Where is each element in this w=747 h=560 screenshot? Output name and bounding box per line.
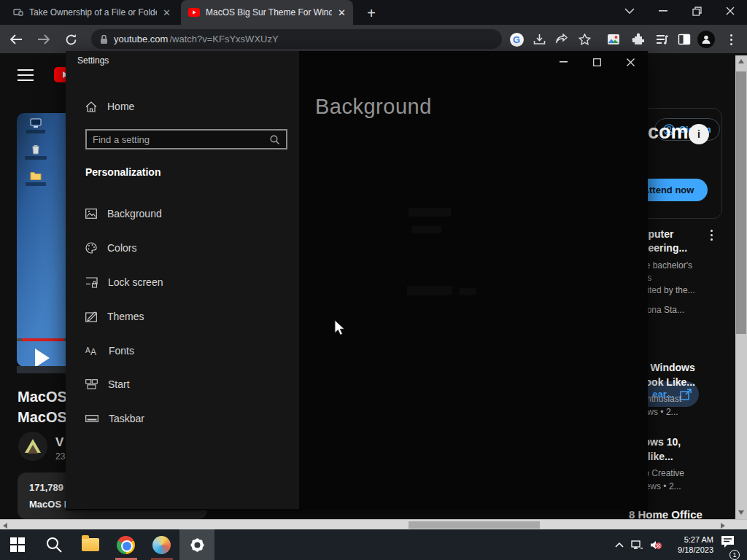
tab-youtube[interactable]: MacOS Big Sur Theme For Windo ✕ (181, 0, 353, 25)
new-tab-button[interactable]: + (362, 4, 381, 23)
video-player[interactable] (17, 113, 66, 367)
sidebar-item-label: Themes (107, 311, 144, 322)
browser-close-button[interactable] (716, 0, 745, 22)
settings-search-input[interactable] (87, 134, 270, 145)
windows-taskbar: 5:27 AM 9/18/2023 1 (0, 529, 747, 560)
settings-nav-home[interactable]: Home (66, 95, 299, 118)
profile-avatar[interactable] (696, 29, 716, 50)
channel-avatar[interactable] (18, 432, 47, 461)
tab-strip: Take Ownership of a File or Folde ✕ MacO… (0, 0, 747, 25)
bleed-artifact (460, 288, 476, 295)
hamburger-menu-icon[interactable] (18, 69, 34, 81)
search-icon (46, 537, 62, 553)
lock-icon (100, 34, 108, 44)
kebab-dots (730, 34, 732, 45)
lock-screen-icon (85, 277, 98, 288)
tab-title: Take Ownership of a File or Folde (29, 7, 157, 18)
start-icon (85, 379, 98, 389)
desktop-icon-folder (21, 171, 50, 186)
colors-palette-icon (85, 242, 97, 254)
scroll-right-arrow (721, 523, 725, 529)
ad-info-icon[interactable]: i (689, 124, 709, 144)
settings-maximize-button[interactable] (580, 51, 614, 73)
taskbar-search-button[interactable] (36, 529, 71, 560)
side-panel-icon[interactable] (674, 29, 694, 50)
edge-taskbar-button[interactable] (144, 529, 179, 560)
mouse-cursor (334, 319, 347, 337)
tray-chevron-icon[interactable] (615, 542, 624, 548)
bleed-artifact (407, 286, 452, 295)
forward-button[interactable] (34, 29, 54, 50)
reading-list-icon[interactable] (652, 29, 673, 50)
tab-close-icon[interactable]: ✕ (338, 7, 346, 18)
tab-close-icon[interactable]: ✕ (163, 7, 171, 18)
tab-search-chevron-icon[interactable] (615, 0, 644, 22)
clock-date: 9/18/2023 (678, 545, 713, 554)
start-button[interactable] (0, 529, 35, 560)
settings-taskbar-button[interactable] (179, 529, 214, 560)
video-title-line2: MacOS (18, 409, 67, 426)
edge-icon (152, 536, 171, 554)
taskbar-icon (85, 415, 98, 422)
settings-section-heading: Personalization (85, 166, 160, 178)
browser-minimize-button[interactable] (649, 0, 678, 22)
themes-icon (85, 311, 97, 322)
avatar-circle (697, 31, 715, 48)
settings-search-box[interactable] (85, 129, 287, 149)
network-icon[interactable] (631, 540, 643, 550)
desktop-icon-this-pc (21, 118, 50, 133)
sidebar-item-label: Start (108, 378, 130, 390)
sidebar-item-start[interactable]: Start (66, 373, 299, 396)
volume-muted-icon[interactable] (650, 540, 661, 550)
file-explorer-button[interactable] (73, 529, 108, 560)
bookmark-star-icon[interactable] (574, 29, 595, 50)
share-icon[interactable] (551, 29, 572, 50)
google-g-glyph: G (510, 33, 524, 47)
sidebar-item-lock-screen[interactable]: Lock screen (66, 271, 299, 294)
photos-extension-icon[interactable] (603, 29, 624, 50)
chrome-icon (117, 536, 135, 554)
search-magnifier-icon[interactable] (270, 135, 286, 144)
thumbnail-taskbar-strip (17, 366, 66, 373)
video-progress-bar (22, 338, 64, 341)
taskbar-clock[interactable]: 5:27 AM 9/18/2023 (668, 534, 713, 555)
download-icon[interactable] (529, 29, 549, 50)
extensions-puzzle-icon[interactable] (628, 29, 649, 50)
sidebar-item-label: Background (107, 208, 162, 219)
tab-take-ownership[interactable]: Take Ownership of a File or Folde ✕ (6, 0, 178, 25)
browser-restore-button[interactable] (682, 0, 711, 22)
rail-video1-menu-icon[interactable] (711, 230, 713, 241)
play-button-icon[interactable] (35, 349, 50, 368)
sidebar-item-taskbar[interactable]: Taskbar (66, 407, 299, 430)
horizontal-scroll-thumb[interactable] (409, 521, 540, 529)
address-bar[interactable]: youtube.com/watch?v=KFsYxsWXUzY (91, 29, 502, 49)
sidebar-item-colors[interactable]: Colors (66, 236, 299, 260)
sidebar-item-label: Colors (107, 242, 136, 254)
vertical-scroll-thumb[interactable] (736, 71, 746, 334)
notification-badge: 1 (729, 550, 740, 560)
screen: Take Ownership of a File or Folde ✕ MacO… (0, 0, 747, 560)
browser-toolbar: youtube.com/watch?v=KFsYxsWXUzY G (0, 25, 747, 53)
back-button[interactable] (6, 29, 26, 50)
sidebar-item-fonts[interactable]: AA Fonts (66, 339, 299, 362)
reload-button[interactable] (61, 29, 81, 50)
sidebar-item-themes[interactable]: Themes (66, 305, 299, 328)
view-count: 171,789 (29, 482, 63, 493)
channel-name[interactable]: V (55, 435, 63, 450)
browser-menu-icon[interactable] (721, 29, 741, 50)
settings-window: Settings Home Personalization Background (66, 51, 648, 510)
vertical-scrollbar[interactable] (735, 55, 747, 519)
settings-close-button[interactable] (614, 51, 647, 73)
background-icon (85, 209, 97, 219)
sidebar-item-label: Taskbar (109, 413, 144, 424)
desktop-icon-recycle-bin (21, 144, 50, 160)
horizontal-scrollbar[interactable] (0, 519, 747, 529)
home-icon (85, 101, 97, 112)
sidebar-item-background[interactable]: Background (66, 202, 299, 225)
settings-minimize-button[interactable] (546, 51, 580, 73)
google-favicon[interactable]: G (506, 29, 527, 50)
action-center-button[interactable]: 1 (721, 535, 740, 554)
scroll-down-arrow (738, 510, 744, 515)
chrome-taskbar-button[interactable] (108, 529, 143, 560)
bleed-artifact (412, 226, 441, 233)
